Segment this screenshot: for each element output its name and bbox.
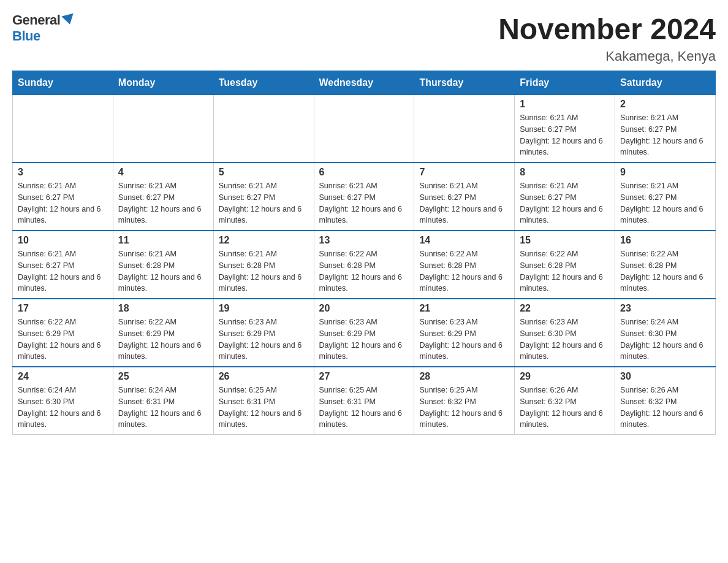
calendar-header-row: Sunday Monday Tuesday Wednesday Thursday… [13, 71, 716, 95]
day-number: 15 [520, 235, 610, 246]
month-year-title: November 2024 [498, 12, 716, 46]
day-info: Sunrise: 6:26 AMSunset: 6:32 PMDaylight:… [620, 385, 710, 431]
day-number: 21 [419, 303, 509, 314]
day-info: Sunrise: 6:26 AMSunset: 6:32 PMDaylight:… [520, 385, 610, 431]
calendar-cell: 12Sunrise: 6:21 AMSunset: 6:28 PMDayligh… [213, 231, 314, 299]
day-info: Sunrise: 6:22 AMSunset: 6:29 PMDaylight:… [118, 316, 208, 362]
calendar-week-row: 3Sunrise: 6:21 AMSunset: 6:27 PMDaylight… [13, 163, 716, 231]
calendar-cell: 20Sunrise: 6:23 AMSunset: 6:29 PMDayligh… [314, 299, 414, 367]
calendar-cell: 23Sunrise: 6:24 AMSunset: 6:30 PMDayligh… [615, 299, 716, 367]
day-number: 4 [118, 167, 208, 178]
day-info: Sunrise: 6:21 AMSunset: 6:27 PMDaylight:… [620, 180, 710, 226]
col-thursday: Thursday [414, 71, 515, 95]
calendar-cell: 11Sunrise: 6:21 AMSunset: 6:28 PMDayligh… [113, 231, 213, 299]
calendar-cell: 28Sunrise: 6:25 AMSunset: 6:32 PMDayligh… [414, 367, 515, 435]
col-friday: Friday [515, 71, 615, 95]
calendar-cell: 18Sunrise: 6:22 AMSunset: 6:29 PMDayligh… [113, 299, 213, 367]
day-info: Sunrise: 6:23 AMSunset: 6:29 PMDaylight:… [219, 316, 309, 362]
calendar-cell: 30Sunrise: 6:26 AMSunset: 6:32 PMDayligh… [615, 367, 716, 435]
logo-triangle-icon [62, 13, 76, 26]
calendar-cell: 2Sunrise: 6:21 AMSunset: 6:27 PMDaylight… [615, 95, 716, 163]
day-info: Sunrise: 6:22 AMSunset: 6:28 PMDaylight:… [520, 248, 610, 294]
calendar-cell: 26Sunrise: 6:25 AMSunset: 6:31 PMDayligh… [213, 367, 314, 435]
day-info: Sunrise: 6:25 AMSunset: 6:31 PMDaylight:… [219, 385, 309, 431]
day-number: 7 [419, 167, 509, 178]
day-info: Sunrise: 6:21 AMSunset: 6:27 PMDaylight:… [18, 248, 108, 294]
day-info: Sunrise: 6:21 AMSunset: 6:27 PMDaylight:… [419, 180, 509, 226]
day-info: Sunrise: 6:22 AMSunset: 6:28 PMDaylight:… [620, 248, 710, 294]
day-number: 23 [620, 303, 710, 314]
calendar-cell: 1Sunrise: 6:21 AMSunset: 6:27 PMDaylight… [515, 95, 615, 163]
day-number: 8 [520, 167, 610, 178]
day-number: 25 [118, 371, 208, 382]
location-subtitle: Kakamega, Kenya [498, 48, 716, 64]
day-info: Sunrise: 6:21 AMSunset: 6:27 PMDaylight:… [520, 180, 610, 226]
day-info: Sunrise: 6:21 AMSunset: 6:27 PMDaylight:… [219, 180, 309, 226]
day-number: 26 [219, 371, 309, 382]
logo: General Blue [12, 12, 75, 44]
calendar-cell: 13Sunrise: 6:22 AMSunset: 6:28 PMDayligh… [314, 231, 414, 299]
calendar-table: Sunday Monday Tuesday Wednesday Thursday… [12, 71, 716, 435]
col-tuesday: Tuesday [213, 71, 314, 95]
calendar-cell: 17Sunrise: 6:22 AMSunset: 6:29 PMDayligh… [13, 299, 113, 367]
day-info: Sunrise: 6:21 AMSunset: 6:28 PMDaylight:… [219, 248, 309, 294]
calendar-week-row: 17Sunrise: 6:22 AMSunset: 6:29 PMDayligh… [13, 299, 716, 367]
day-info: Sunrise: 6:24 AMSunset: 6:30 PMDaylight:… [18, 385, 108, 431]
calendar-cell: 10Sunrise: 6:21 AMSunset: 6:27 PMDayligh… [13, 231, 113, 299]
day-info: Sunrise: 6:23 AMSunset: 6:30 PMDaylight:… [520, 316, 610, 362]
calendar-cell: 16Sunrise: 6:22 AMSunset: 6:28 PMDayligh… [615, 231, 716, 299]
col-monday: Monday [113, 71, 213, 95]
title-area: November 2024 Kakamega, Kenya [498, 12, 716, 64]
day-number: 16 [620, 235, 710, 246]
day-info: Sunrise: 6:21 AMSunset: 6:27 PMDaylight:… [520, 112, 610, 158]
day-info: Sunrise: 6:21 AMSunset: 6:28 PMDaylight:… [118, 248, 208, 294]
calendar-cell: 22Sunrise: 6:23 AMSunset: 6:30 PMDayligh… [515, 299, 615, 367]
day-number: 17 [18, 303, 108, 314]
calendar-cell: 6Sunrise: 6:21 AMSunset: 6:27 PMDaylight… [314, 163, 414, 231]
day-number: 9 [620, 167, 710, 178]
day-info: Sunrise: 6:22 AMSunset: 6:28 PMDaylight:… [319, 248, 409, 294]
calendar-cell: 27Sunrise: 6:25 AMSunset: 6:31 PMDayligh… [314, 367, 414, 435]
calendar-cell: 4Sunrise: 6:21 AMSunset: 6:27 PMDaylight… [113, 163, 213, 231]
day-number: 19 [219, 303, 309, 314]
calendar-cell: 19Sunrise: 6:23 AMSunset: 6:29 PMDayligh… [213, 299, 314, 367]
day-info: Sunrise: 6:25 AMSunset: 6:32 PMDaylight:… [419, 385, 509, 431]
calendar-cell: 21Sunrise: 6:23 AMSunset: 6:29 PMDayligh… [414, 299, 515, 367]
calendar-cell: 24Sunrise: 6:24 AMSunset: 6:30 PMDayligh… [13, 367, 113, 435]
calendar-cell: 5Sunrise: 6:21 AMSunset: 6:27 PMDaylight… [213, 163, 314, 231]
calendar-cell: 9Sunrise: 6:21 AMSunset: 6:27 PMDaylight… [615, 163, 716, 231]
day-number: 12 [219, 235, 309, 246]
calendar-cell [414, 95, 515, 163]
calendar-week-row: 24Sunrise: 6:24 AMSunset: 6:30 PMDayligh… [13, 367, 716, 435]
calendar-cell: 25Sunrise: 6:24 AMSunset: 6:31 PMDayligh… [113, 367, 213, 435]
day-number: 13 [319, 235, 409, 246]
calendar-cell: 14Sunrise: 6:22 AMSunset: 6:28 PMDayligh… [414, 231, 515, 299]
calendar-cell [113, 95, 213, 163]
day-number: 14 [419, 235, 509, 246]
col-wednesday: Wednesday [314, 71, 414, 95]
day-info: Sunrise: 6:21 AMSunset: 6:27 PMDaylight:… [118, 180, 208, 226]
day-number: 18 [118, 303, 208, 314]
calendar-week-row: 10Sunrise: 6:21 AMSunset: 6:27 PMDayligh… [13, 231, 716, 299]
calendar-cell: 7Sunrise: 6:21 AMSunset: 6:27 PMDaylight… [414, 163, 515, 231]
logo-general-text: General [12, 12, 60, 28]
day-info: Sunrise: 6:23 AMSunset: 6:29 PMDaylight:… [419, 316, 509, 362]
day-info: Sunrise: 6:21 AMSunset: 6:27 PMDaylight:… [18, 180, 108, 226]
day-info: Sunrise: 6:24 AMSunset: 6:31 PMDaylight:… [118, 385, 208, 431]
day-number: 30 [620, 371, 710, 382]
calendar-week-row: 1Sunrise: 6:21 AMSunset: 6:27 PMDaylight… [13, 95, 716, 163]
day-number: 24 [18, 371, 108, 382]
day-number: 11 [118, 235, 208, 246]
day-number: 5 [219, 167, 309, 178]
day-info: Sunrise: 6:22 AMSunset: 6:28 PMDaylight:… [419, 248, 509, 294]
day-info: Sunrise: 6:22 AMSunset: 6:29 PMDaylight:… [18, 316, 108, 362]
calendar-cell: 29Sunrise: 6:26 AMSunset: 6:32 PMDayligh… [515, 367, 615, 435]
calendar-cell: 8Sunrise: 6:21 AMSunset: 6:27 PMDaylight… [515, 163, 615, 231]
day-info: Sunrise: 6:21 AMSunset: 6:27 PMDaylight:… [319, 180, 409, 226]
day-info: Sunrise: 6:25 AMSunset: 6:31 PMDaylight:… [319, 385, 409, 431]
day-number: 22 [520, 303, 610, 314]
day-number: 27 [319, 371, 409, 382]
calendar-cell: 3Sunrise: 6:21 AMSunset: 6:27 PMDaylight… [13, 163, 113, 231]
day-info: Sunrise: 6:24 AMSunset: 6:30 PMDaylight:… [620, 316, 710, 362]
day-info: Sunrise: 6:21 AMSunset: 6:27 PMDaylight:… [620, 112, 710, 158]
